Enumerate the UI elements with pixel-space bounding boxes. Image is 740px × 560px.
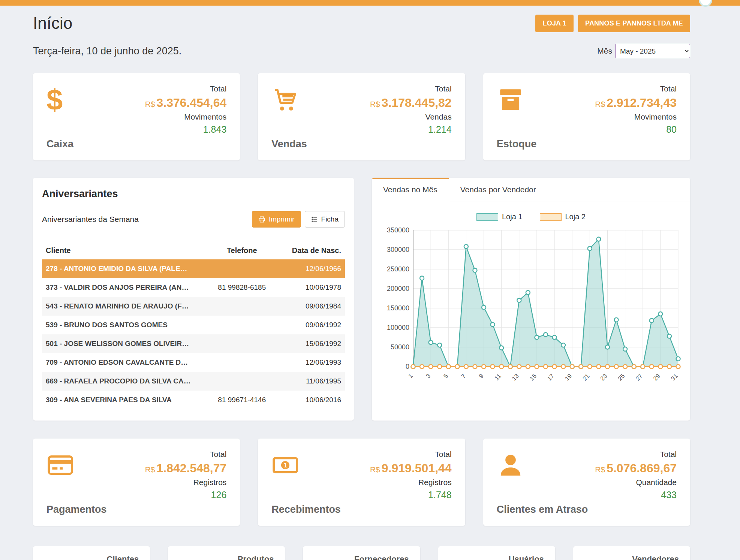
imprimir-button[interactable]: Imprimir: [252, 211, 301, 228]
sales-area-chart: 0500001000001500002000002500003000003500…: [379, 226, 683, 394]
month-select[interactable]: May - 2025: [615, 44, 690, 58]
table-cell-client: 373 - VALDIR DOS ANJOS PEREIRA (AN…: [42, 278, 205, 297]
ficha-label: Ficha: [321, 215, 339, 223]
loja2-swatch-icon: [540, 213, 562, 221]
dollar-icon: $: [46, 84, 76, 115]
svg-text:0: 0: [406, 363, 409, 370]
table-header-row: Cliente Telefone Data de Nasc.: [42, 242, 345, 259]
stat-card-estoque: Estoque Total R$2.912.734,43 Movimentos …: [483, 73, 690, 160]
stat-card-caixa: $ Caixa Total R$3.376.454,64 Movimentos …: [33, 73, 240, 160]
svg-text:5: 5: [442, 373, 449, 379]
svg-text:15: 15: [528, 373, 538, 382]
printer-icon: [258, 216, 265, 223]
mini-cards-row: Clientes Produtos Fornecedores Usuários …: [33, 546, 690, 560]
month-label: Mês: [597, 46, 612, 55]
header-buttons: LOJA 1 PANNOS E PANNOS LTDA ME: [535, 15, 690, 32]
table-row[interactable]: 539 - BRUNO DOS SANTOS GOMES09/06/1992: [42, 316, 345, 334]
svg-text:200000: 200000: [387, 285, 409, 292]
table-cell-client: 709 - ANTONIO EDSON CAVALCANTE D…: [42, 353, 205, 372]
stat-title: Vendas: [271, 138, 307, 150]
stat-card-vendas: Vendas Total R$3.178.445,82 Vendas 1.214: [258, 73, 465, 160]
topbar: [0, 0, 740, 6]
count-value: 80: [666, 124, 677, 135]
stat-card-clientes-atraso: Clientes em Atraso Total R$5.076.869,67 …: [483, 439, 690, 526]
svg-text:150000: 150000: [387, 304, 409, 312]
chart-tabs: Vendas no Mês Vendas por Vendedor: [372, 178, 690, 202]
table-row[interactable]: 709 - ANTONIO EDSON CAVALCANTE D…12/06/1…: [42, 353, 345, 372]
stat-title: Clientes em Atraso: [497, 504, 588, 515]
total-label: Total: [210, 84, 226, 93]
table-cell-client: 539 - BRUNO DOS SANTOS GOMES: [42, 316, 205, 334]
table-row[interactable]: 501 - JOSE WELISSON GOMES OLIVEIR…15/06/…: [42, 334, 345, 353]
legend-item-loja1: Loja 1: [476, 213, 523, 221]
column-header-telefone: Telefone: [205, 242, 278, 259]
total-value: R$3.178.445,82: [370, 96, 452, 110]
birthdays-tbody: 278 - ANTONIO EMIDIO DA SILVA (PALE…12/0…: [42, 259, 345, 409]
count-label: Vendas: [425, 112, 452, 121]
store-button[interactable]: LOJA 1: [535, 15, 574, 32]
svg-text:7: 7: [460, 373, 467, 379]
loja1-swatch-icon: [476, 213, 498, 221]
table-cell-client: 501 - JOSE WELISSON GOMES OLIVEIR…: [42, 334, 205, 353]
stat-title: Caixa: [46, 138, 76, 150]
mini-card-usuarios: Usuários: [438, 546, 555, 560]
table-cell-phone: [205, 353, 278, 372]
table-cell-dob: 12/06/1966: [278, 259, 345, 278]
count-value: 433: [661, 490, 677, 500]
person-icon: [497, 450, 527, 481]
aniversariantes-title: Aniversariantes: [42, 188, 345, 200]
table-cell-dob: 12/06/1993: [278, 353, 345, 372]
count-value: 126: [211, 490, 227, 500]
count-label: Movimentos: [184, 112, 226, 121]
column-header-cliente: Cliente: [42, 242, 205, 259]
current-date: Terça-feira, 10 de junho de 2025.: [33, 45, 181, 57]
table-row[interactable]: 669 - RAFAELA PROCOPIO DA SILVA CA…11/06…: [42, 372, 345, 391]
mid-row: Aniversariantes Aniversariantes da Seman…: [33, 178, 690, 421]
tab-vendas-por-vendedor[interactable]: Vendas por Vendedor: [449, 178, 547, 202]
company-button[interactable]: PANNOS E PANNOS LTDA ME: [578, 15, 690, 32]
total-value: R$2.912.734,43: [595, 96, 677, 110]
table-cell-client: 543 - RENATO MARINHO DE ARAUJO (F…: [42, 297, 205, 316]
count-value: 1.843: [203, 124, 227, 135]
chart-body: Loja 1 Loja 2 05000010000015000020000025…: [372, 202, 690, 397]
ficha-button[interactable]: Ficha: [305, 211, 345, 228]
table-cell-phone: [205, 316, 278, 334]
aniversariantes-card: Aniversariantes Aniversariantes da Seman…: [33, 178, 354, 421]
total-value: R$9.919.501,44: [370, 461, 452, 475]
table-row[interactable]: 373 - VALDIR DOS ANJOS PEREIRA (AN…81 99…: [42, 278, 345, 297]
svg-text:11: 11: [493, 373, 502, 382]
total-value: R$5.076.869,67: [595, 461, 677, 475]
table-cell-phone: 81 99671-4146: [205, 391, 278, 409]
mini-card-vendedores: Vendedores: [573, 546, 690, 560]
stat-title: Recebimentos: [271, 504, 341, 515]
mini-card-fornecedores: Fornecedores: [303, 546, 420, 560]
banknote-icon: 1: [271, 450, 301, 481]
table-cell-dob: 09/06/1984: [278, 297, 345, 316]
svg-text:25: 25: [617, 373, 626, 382]
cart-icon: [271, 84, 301, 115]
table-cell-phone: 81 99828-6185: [205, 278, 278, 297]
aniversariantes-actions: Imprimir Ficha: [252, 211, 345, 228]
birthdays-table: Cliente Telefone Data de Nasc. 278 - ANT…: [42, 242, 345, 409]
table-cell-dob: 10/06/1978: [278, 278, 345, 297]
tab-vendas-no-mes[interactable]: Vendas no Mês: [372, 178, 449, 202]
table-cell-dob: 10/06/2016: [278, 391, 345, 409]
count-label: Movimentos: [634, 112, 677, 121]
mini-card-produtos: Produtos: [168, 546, 285, 560]
count-value: 1.748: [428, 490, 452, 500]
stat-title: Pagamentos: [46, 504, 107, 515]
total-label: Total: [660, 450, 677, 459]
table-cell-phone: [205, 372, 278, 391]
mini-card-label: Fornecedores: [354, 554, 409, 560]
svg-text:23: 23: [599, 373, 608, 382]
mini-card-label: Clientes: [107, 554, 139, 560]
header-row: Início LOJA 1 PANNOS E PANNOS LTDA ME: [33, 14, 690, 33]
count-value: 1.214: [428, 124, 452, 135]
table-row[interactable]: 309 - ANA SEVERINA PAES DA SILVA81 99671…: [42, 391, 345, 409]
total-label: Total: [435, 84, 451, 93]
aniversariantes-subtitle: Aniversariantes da Semana: [42, 215, 139, 224]
table-row[interactable]: 278 - ANTONIO EMIDIO DA SILVA (PALE…12/0…: [42, 259, 345, 278]
svg-text:3: 3: [425, 373, 431, 379]
legend-label-loja1: Loja 1: [502, 213, 523, 221]
table-row[interactable]: 543 - RENATO MARINHO DE ARAUJO (F…09/06/…: [42, 297, 345, 316]
